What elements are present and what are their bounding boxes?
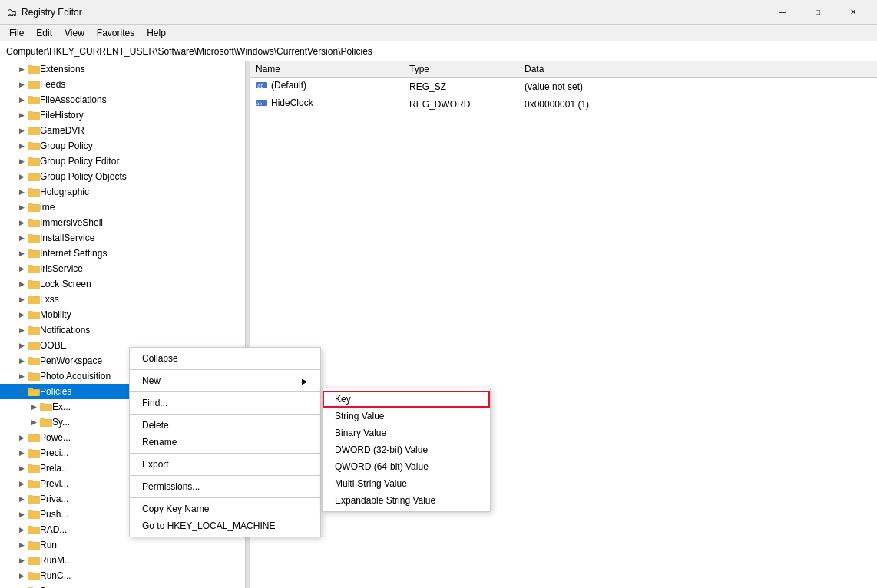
submenu-dword-value[interactable]: DWORD (32-bit) Value [323, 441, 490, 458]
submenu-key[interactable]: Key [323, 391, 490, 408]
expand-icon: ▼ [15, 385, 28, 398]
close-button[interactable]: ✕ [836, 0, 871, 25]
tree-item-immersiveshell[interactable]: ▶ ImmersiveShell [0, 215, 245, 230]
svg-marker-65 [28, 391, 39, 396]
tree-label: FileAssociations [40, 94, 107, 105]
tree-item-grouppolicyeditor[interactable]: ▶ Group Policy Editor [0, 154, 245, 169]
svg-rect-50 [28, 311, 33, 313]
svg-rect-58 [28, 358, 40, 365]
svg-rect-95 [28, 541, 33, 543]
tree-item-gamedvr[interactable]: ▶ GameDVR [0, 123, 245, 138]
tree-label: Priva... [40, 494, 68, 504]
tree-label: RunM... [40, 555, 72, 566]
folder-icon [28, 355, 40, 367]
reg-name: ab (Default) [250, 78, 403, 96]
svg-rect-94 [28, 543, 40, 550]
svg-rect-19 [28, 159, 40, 166]
tree-item-mobility[interactable]: ▶ Mobility [0, 307, 245, 322]
minimize-button[interactable]: — [765, 0, 800, 25]
tree-label: Powe... [40, 432, 71, 443]
ctx-collapse[interactable]: Collapse [130, 350, 320, 367]
tree-label: Group Policy [40, 140, 93, 151]
tree-label: Photo Acquisition [40, 371, 111, 382]
col-name: Name [250, 61, 403, 78]
tree-item-feeds[interactable]: ▶ Feeds [0, 77, 245, 92]
table-row[interactable]: ab (Default) REG_SZ (value not set) [250, 78, 877, 96]
folder-icon [28, 124, 40, 137]
tree-item-extensions[interactable]: ▶ Extensions [0, 61, 245, 77]
folder-icon [28, 247, 40, 259]
menu-help[interactable]: Help [141, 26, 172, 40]
tree-label: ImmersiveShell [40, 217, 103, 228]
maximize-button[interactable]: □ [800, 0, 836, 25]
folder-icon [28, 109, 40, 121]
svg-rect-29 [28, 203, 33, 206]
tree-label: GameDVR [40, 125, 84, 136]
tree-item-screensavers[interactable]: ▶ Screensavers [0, 583, 245, 588]
tree-item-grouppolicy[interactable]: ▶ Group Policy [0, 138, 245, 154]
ctx-goto-hklm[interactable]: Go to HKEY_LOCAL_MACHINE [130, 517, 320, 534]
table-row[interactable]: ab HideClock REG_DWORD 0x00000001 (1) [250, 95, 877, 113]
menu-file[interactable]: File [3, 26, 30, 40]
tree-item-lockscreen[interactable]: ▶ Lock Screen [0, 276, 245, 292]
tree-label: Run [40, 540, 57, 550]
svg-rect-38 [28, 249, 33, 252]
expand-icon: ▶ [15, 324, 28, 336]
expand-icon: ▶ [15, 339, 28, 352]
tree-item-run[interactable]: ▶ Run [0, 537, 245, 553]
tree-item-installservice[interactable]: ▶ InstallService [0, 230, 245, 246]
tree-item-notifications[interactable]: ▶ Notifications [0, 322, 245, 338]
svg-rect-26 [28, 188, 33, 190]
folder-icon [28, 309, 40, 321]
expand-icon: ▶ [15, 155, 28, 167]
svg-rect-68 [40, 403, 45, 405]
col-data: Data [518, 61, 877, 78]
submenu-qword-value[interactable]: QWORD (64-bit) Value [323, 458, 490, 475]
svg-rect-83 [28, 480, 33, 482]
ctx-permissions[interactable]: Permissions... [130, 478, 320, 495]
ctx-delete[interactable]: Delete [130, 417, 320, 434]
folder-icon [28, 186, 40, 198]
tree-item-runc[interactable]: ▶ RunC... [0, 568, 245, 583]
ctx-copy-key-name[interactable]: Copy Key Name [130, 500, 320, 517]
tree-item-runm[interactable]: ▶ RunM... [0, 553, 245, 568]
expand-icon: ▶ [15, 94, 28, 106]
expand-icon: ▶ [15, 201, 28, 213]
tree-item-lxss[interactable]: ▶ Lxss [0, 292, 245, 307]
ctx-find[interactable]: Find... [130, 395, 320, 411]
svg-rect-37 [28, 251, 40, 258]
tree-item-filehistory[interactable]: ▶ FileHistory [0, 107, 245, 123]
expand-icon: ▶ [15, 554, 28, 567]
tree-item-fileassociations[interactable]: ▶ FileAssociations [0, 92, 245, 107]
submenu-binary-value[interactable]: Binary Value [323, 424, 490, 441]
menu-view[interactable]: View [58, 26, 91, 40]
folder-icon [28, 216, 40, 229]
tree-item-ime[interactable]: ▶ ime [0, 200, 245, 215]
reg-data: 0x00000001 (1) [518, 95, 877, 113]
ctx-new[interactable]: New ▶ Key String Value Binary Value DWOR… [130, 372, 320, 389]
tree-item-irisservice[interactable]: ▶ IrisService [0, 261, 245, 276]
ctx-rename[interactable]: Rename [130, 434, 320, 451]
ctx-separator [130, 391, 320, 392]
submenu-expandable-value[interactable]: Expandable String Value [323, 492, 490, 509]
svg-rect-41 [28, 265, 33, 267]
folder-icon [28, 140, 40, 152]
folder-icon [28, 570, 40, 582]
tree-label: Holographic [40, 187, 89, 197]
tree-label: ime [40, 202, 55, 213]
context-menu: Collapse New ▶ Key String Value Binary V… [129, 347, 321, 537]
svg-rect-40 [28, 266, 40, 273]
ctx-export[interactable]: Export [130, 456, 320, 473]
tree-item-grouppolicyobjects[interactable]: ▶ Group Policy Objects [0, 169, 245, 184]
menu-favorites[interactable]: Favorites [91, 26, 141, 40]
submenu-string-value[interactable]: String Value [323, 408, 490, 424]
submenu-arrow-icon: ▶ [302, 377, 308, 385]
tree-item-internetsettings[interactable]: ▶ Internet Settings [0, 246, 245, 261]
menu-edit[interactable]: Edit [30, 26, 58, 40]
submenu-multistring-value[interactable]: Multi-String Value [323, 475, 490, 492]
folder-icon [28, 263, 40, 275]
tree-item-holographic[interactable]: ▶ Holographic [0, 184, 245, 200]
tree-label: Internet Settings [40, 248, 107, 259]
col-type: Type [403, 61, 518, 78]
folder-icon [28, 524, 40, 536]
